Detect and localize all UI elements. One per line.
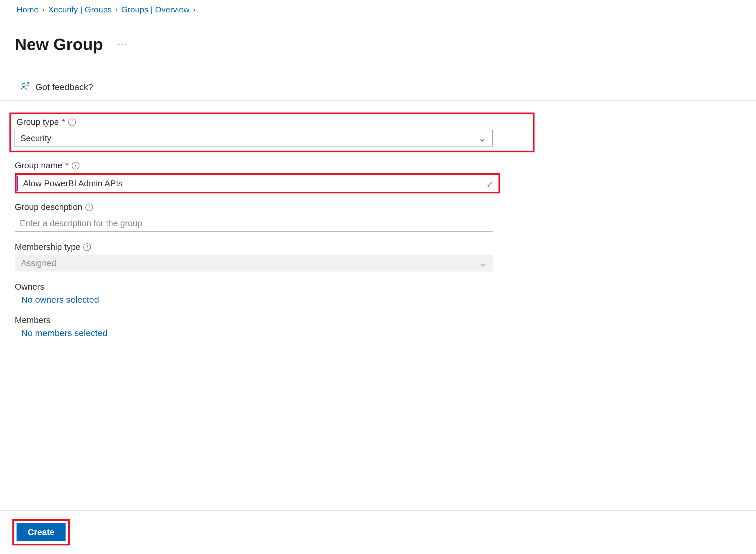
page-title: New Group — [15, 35, 103, 54]
info-icon[interactable]: i — [83, 243, 91, 251]
feedback-label: Got feedback? — [36, 82, 93, 92]
group-type-select[interactable]: Security ⌄ — [14, 130, 492, 147]
title-row: New Group ··· — [0, 17, 756, 74]
membership-type-field: Membership type i Assigned ⌄ — [15, 242, 511, 271]
svg-point-1 — [28, 85, 28, 86]
group-type-label: Group type * i — [16, 117, 530, 127]
chevron-right-icon: › — [42, 6, 45, 14]
chevron-right-icon: › — [115, 6, 118, 14]
group-description-field: Group description i — [15, 202, 511, 231]
highlight-group-type: Group type * i Security ⌄ — [9, 113, 534, 152]
info-icon[interactable]: i — [85, 204, 93, 211]
feedback-icon — [20, 82, 30, 93]
highlight-group-name: ✓ — [15, 173, 500, 193]
chevron-down-icon: ⌄ — [479, 258, 487, 269]
required-asterisk: * — [65, 161, 68, 170]
members-link[interactable]: No members selected — [15, 328, 511, 338]
membership-type-value: Assigned — [21, 259, 56, 268]
group-description-input[interactable] — [15, 215, 493, 231]
feedback-link[interactable]: Got feedback? — [0, 74, 756, 101]
chevron-right-icon: › — [193, 6, 195, 14]
owners-field: Owners No owners selected — [15, 282, 511, 305]
more-actions-icon[interactable]: ··· — [118, 39, 127, 49]
required-asterisk: * — [62, 117, 65, 127]
group-name-input[interactable] — [18, 176, 485, 191]
bottom-bar: Create — [0, 510, 756, 553]
membership-type-label: Membership type i — [15, 242, 511, 252]
breadcrumb-home[interactable]: Home — [16, 5, 39, 14]
create-button[interactable]: Create — [16, 523, 66, 541]
breadcrumb-xecurify-groups[interactable]: Xecurify | Groups — [48, 5, 112, 14]
new-group-form: Group type * i Security ⌄ Group name * i… — [0, 113, 511, 338]
group-name-label: Group name * i — [15, 161, 511, 170]
members-label: Members — [15, 315, 511, 325]
owners-label: Owners — [15, 282, 511, 292]
chevron-down-icon: ⌄ — [478, 132, 486, 144]
svg-point-0 — [22, 83, 25, 87]
group-description-label: Group description i — [15, 202, 511, 212]
membership-type-select: Assigned ⌄ — [15, 255, 493, 271]
group-type-value: Security — [20, 133, 51, 143]
breadcrumb-groups-overview[interactable]: Groups | Overview — [121, 5, 190, 14]
highlight-create: Create — [12, 519, 70, 545]
owners-link[interactable]: No owners selected — [15, 295, 511, 305]
breadcrumb: Home › Xecurify | Groups › Groups | Over… — [0, 0, 756, 17]
info-icon[interactable]: i — [72, 162, 79, 169]
info-icon[interactable]: i — [68, 118, 76, 126]
members-field: Members No members selected — [15, 315, 511, 338]
checkmark-icon: ✓ — [486, 179, 493, 189]
